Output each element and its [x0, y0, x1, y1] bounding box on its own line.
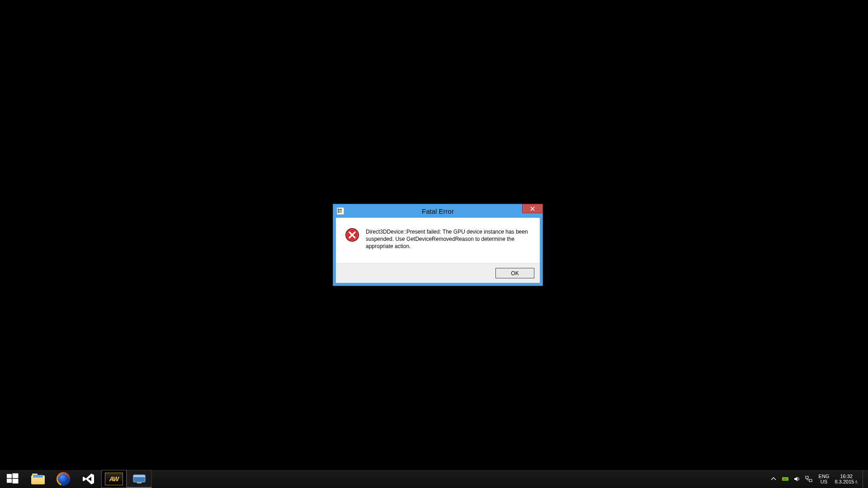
dialog-titlebar[interactable]: Fatal Error [336, 204, 540, 218]
visual-studio-icon [82, 472, 95, 486]
show-desktop-button[interactable] [863, 470, 866, 488]
svg-rect-12 [13, 474, 19, 479]
svg-rect-13 [7, 479, 12, 483]
error-dialog: Fatal Error Direct3DDevice::Present fail… [333, 204, 543, 286]
lang-secondary: US [821, 479, 827, 484]
file-explorer-icon [31, 474, 45, 484]
svg-rect-20 [809, 479, 812, 482]
svg-rect-17 [137, 482, 142, 483]
dialog-title: Fatal Error [336, 207, 540, 215]
start-button[interactable] [0, 470, 25, 488]
taskbar-app-other[interactable] [127, 470, 152, 488]
tray-nvidia-icon[interactable] [782, 475, 789, 483]
svg-rect-2 [340, 209, 342, 211]
tray-network-icon[interactable] [805, 475, 812, 483]
svg-rect-1 [338, 209, 340, 211]
svg-rect-14 [13, 479, 19, 484]
clock-time: 16:32 [840, 474, 853, 479]
taskbar-firefox[interactable] [51, 470, 76, 488]
svg-rect-3 [338, 211, 340, 213]
lang-primary: ENG [819, 474, 830, 479]
aw-app-icon: AW [105, 473, 123, 485]
taskbar-visual-studio[interactable] [76, 470, 101, 488]
clock-date: 8.3.2015 г. [835, 479, 858, 484]
dialog-app-icon [337, 207, 344, 215]
tray-volume-icon[interactable] [793, 475, 801, 483]
dialog-footer: OK [336, 263, 540, 283]
tray-show-hidden-icon[interactable] [770, 475, 777, 483]
system-tray [766, 475, 816, 483]
taskbar: AW [0, 470, 868, 488]
dialog-message: Direct3DDevice::Present failed: The GPU … [366, 228, 531, 250]
svg-rect-16 [133, 475, 145, 477]
taskbar-app-aw[interactable]: AW [101, 470, 127, 488]
taskbar-file-explorer[interactable] [25, 470, 51, 488]
svg-rect-4 [340, 211, 342, 213]
dialog-body: Direct3DDevice::Present failed: The GPU … [336, 218, 540, 263]
svg-rect-18 [782, 477, 788, 481]
svg-rect-19 [806, 476, 808, 479]
error-icon [345, 228, 359, 242]
ok-button[interactable]: OK [495, 268, 534, 278]
tray-language-indicator[interactable]: ENG US [816, 474, 832, 484]
firefox-icon [57, 472, 70, 486]
close-button[interactable] [522, 204, 543, 213]
tray-clock[interactable]: 16:32 8.3.2015 г. [832, 474, 863, 484]
generic-app-icon [132, 474, 146, 484]
svg-rect-11 [7, 474, 12, 478]
